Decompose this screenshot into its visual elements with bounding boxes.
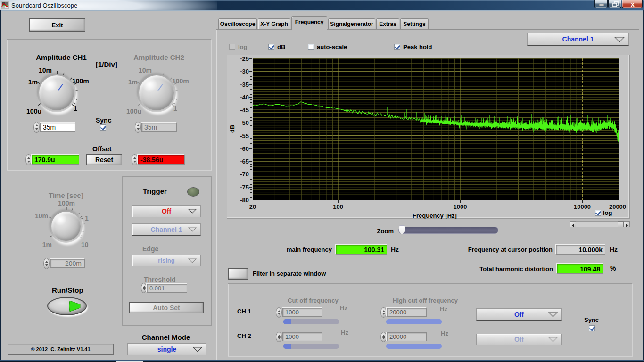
svg-text:x: x [631,0,635,8]
